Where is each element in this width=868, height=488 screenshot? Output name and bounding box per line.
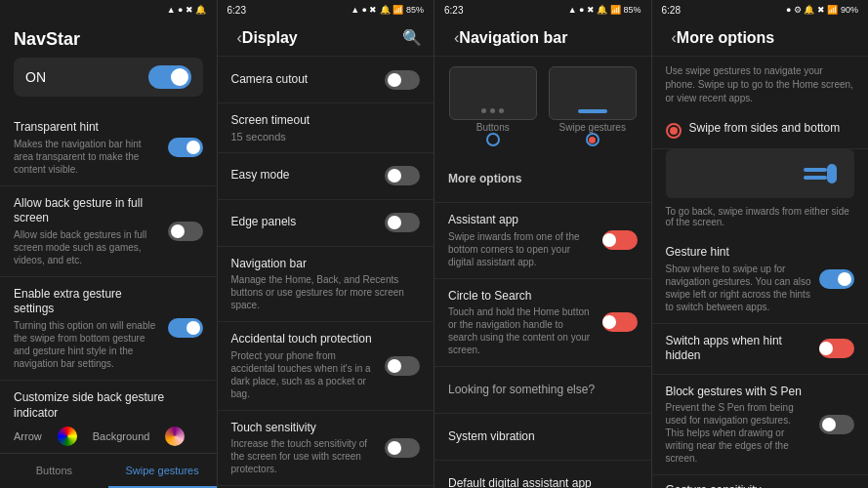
sensitivity-label: Gesture sensitivity (666, 483, 855, 488)
setting-transparent-hint: Transparent hint Makes the navigation ba… (0, 110, 217, 186)
setting-title: Transparent hint (14, 120, 160, 136)
bg-color-picker[interactable] (165, 427, 185, 446)
gesture-handle (827, 164, 837, 183)
gesture-line-bottom (804, 176, 827, 180)
nav-preview: Buttons Swipe gestures (434, 57, 651, 156)
setting-system-vibration[interactable]: System vibration (434, 414, 651, 461)
more-options-app-bar: ‹ More options (652, 20, 869, 57)
swipe-sides-radio[interactable] (666, 123, 682, 139)
timeout-value: 15 seconds (231, 131, 413, 142)
setting-default-assistant[interactable]: Default digital assistant app (434, 461, 651, 488)
more-options-content: Use swipe gestures to navigate your phon… (652, 57, 869, 488)
setting-assistant-app: Assistant app Swipe inwards from one of … (434, 203, 651, 279)
status-icons-2: ▲ ● ✖ 🔔 📶 85% (351, 5, 424, 15)
setting-subtitle: Allow side back gestures in full screen … (14, 228, 160, 266)
setting-easy-mode: Easy mode (218, 153, 434, 200)
swipe-indicator (578, 109, 607, 113)
setting-subtitle: Turning this option on will enable the s… (14, 319, 160, 370)
setting-something-else[interactable]: Looking for something else? (434, 367, 651, 414)
sensitivity-section: Gesture sensitivity (652, 475, 869, 488)
setting-circle-search: Circle to Search Touch and hold the Home… (434, 279, 651, 368)
buttons-preview-box (449, 66, 537, 120)
bottom-nav-swipe[interactable]: Swipe gestures (108, 454, 217, 488)
assistant-app-toggle[interactable] (602, 230, 638, 250)
swipe-sides-label: Swipe from sides and bottom (689, 121, 841, 137)
buttons-option[interactable]: Buttons (449, 66, 537, 146)
setting-edge-panels: Edge panels (218, 200, 434, 247)
navstar-header: NavStar ON (0, 20, 217, 110)
gesture-description: To go back, swipe inwards from either si… (666, 206, 855, 227)
back-gesture-toggle[interactable] (168, 222, 203, 241)
top-description-container: Use swipe gestures to navigate your phon… (652, 57, 869, 111)
main-toggle[interactable] (148, 65, 191, 89)
gesture-hint-toggle[interactable] (819, 269, 854, 289)
more-options-title: More options (677, 29, 856, 47)
buttons-label: Buttons (476, 122, 510, 133)
block-spen-toggle[interactable] (819, 415, 854, 434)
top-description: Use swipe gestures to navigate your phon… (666, 64, 855, 105)
status-icons-3: ▲ ● ✖ 🔔 📶 85% (568, 5, 641, 15)
arrow-label: Arrow (14, 430, 42, 442)
accidental-touch-toggle[interactable] (385, 356, 420, 376)
navbar-app-bar: ‹ Navigation bar (434, 20, 651, 57)
status-icons-4: ● ⚙ 🔔 ✖ 📶 90% (786, 5, 858, 15)
color-row: Arrow Background (14, 427, 185, 446)
setting-title: Customize side back gesture indicator (14, 390, 203, 421)
circle-search-toggle[interactable] (602, 312, 638, 332)
navstar-title: NavStar (14, 29, 203, 50)
setting-title: Enable extra gesture settings (14, 287, 160, 317)
camera-cutout-toggle[interactable] (385, 70, 420, 90)
swipe-sides-option[interactable]: Swipe from sides and bottom (652, 111, 869, 149)
buttons-radio[interactable] (486, 133, 500, 146)
setting-touch-sensitivity: Touch sensitivity Increase the touch sen… (218, 411, 434, 487)
display-title: Display (242, 29, 394, 47)
navstar-content: Transparent hint Makes the navigation ba… (0, 110, 217, 453)
status-bar-3: 6:23 ▲ ● ✖ 🔔 📶 85% (434, 0, 651, 20)
setting-camera-cutout: Camera cutout (218, 57, 434, 103)
something-else-label: Looking for something else? (448, 383, 595, 398)
nav-dots (481, 108, 504, 113)
gesture-preview (666, 149, 855, 198)
status-icons-1: ▲ ● ✖ 🔔 (167, 5, 207, 15)
touch-sensitivity-toggle[interactable] (385, 438, 420, 458)
swipe-option[interactable]: Swipe gestures (549, 66, 637, 146)
extra-gesture-toggle[interactable] (168, 318, 203, 338)
swipe-radio[interactable] (586, 133, 599, 146)
easy-mode-toggle[interactable] (385, 166, 420, 185)
status-time-4: 6:28 (662, 5, 681, 16)
panel-display: 6:23 ▲ ● ✖ 🔔 📶 85% ‹ Display 🔍 Camera cu… (218, 0, 435, 488)
bottom-nav-buttons[interactable]: Buttons (0, 454, 108, 488)
setting-accidental-touch: Accidental touch protection Protect your… (218, 322, 434, 411)
arrow-color-picker[interactable] (58, 427, 77, 446)
transparent-hint-toggle[interactable] (168, 138, 203, 157)
swipe-preview-box (549, 66, 637, 120)
setting-title: Allow back gesture in full screen (14, 196, 160, 226)
search-icon[interactable]: 🔍 (402, 28, 422, 47)
status-bar-2: 6:23 ▲ ● ✖ 🔔 📶 85% (218, 0, 434, 20)
setting-subtitle: Makes the navigation bar hint area trans… (14, 138, 160, 176)
setting-navigation-bar[interactable]: Navigation bar Manage the Home, Back, an… (218, 247, 434, 323)
setting-extra-gesture: Enable extra gesture settings Turning th… (0, 277, 217, 381)
status-time-3: 6:23 (444, 5, 463, 16)
more-options-heading[interactable]: More options (434, 156, 651, 203)
setting-block-spen: Block gestures with S Pen Prevent the S … (652, 375, 869, 476)
edge-panels-toggle[interactable] (385, 213, 420, 232)
panel-navigation-bar: 6:23 ▲ ● ✖ 🔔 📶 85% ‹ Navigation bar Butt… (434, 0, 652, 488)
main-toggle-row[interactable]: ON (14, 58, 203, 97)
main-toggle-dot (171, 68, 188, 86)
more-options-label: More options (448, 172, 521, 187)
bottom-nav-1: Buttons Swipe gestures (0, 453, 217, 488)
main-toggle-label: ON (25, 69, 46, 85)
display-app-bar: ‹ Display 🔍 (218, 20, 434, 57)
setting-screen-timeout[interactable]: Screen timeout 15 seconds (218, 103, 434, 153)
panel-more-options: 6:28 ● ⚙ 🔔 ✖ 📶 90% ‹ More options Use sw… (652, 0, 869, 488)
display-content: Camera cutout Screen timeout 15 seconds … (218, 57, 434, 488)
panel-navstar: ▲ ● ✖ 🔔 NavStar ON Transparent hint Make… (0, 0, 218, 488)
switch-apps-toggle[interactable] (819, 339, 854, 358)
setting-customize-gesture: Customize side back gesture indicator Ar… (0, 381, 217, 453)
bg-label: Background (93, 430, 150, 442)
navbar-title: Navigation bar (459, 29, 639, 47)
status-bar-1: ▲ ● ✖ 🔔 (0, 0, 217, 20)
gesture-line-top (804, 168, 827, 172)
setting-switch-apps-hint: Switch apps when hint hidden (652, 324, 869, 375)
